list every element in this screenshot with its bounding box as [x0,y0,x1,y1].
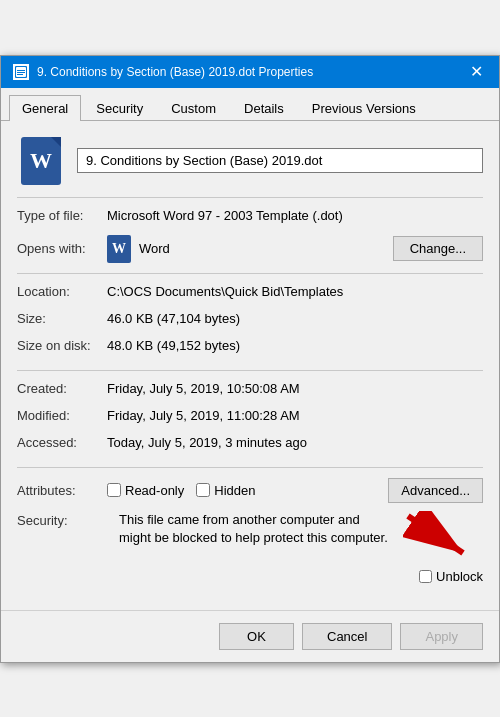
red-arrow-svg [403,511,483,561]
title-bar: 9. Conditions by Section (Base) 2019.dot… [1,56,499,88]
modified-label: Modified: [17,408,107,423]
size-value: 46.0 KB (47,104 bytes) [107,311,483,326]
accessed-label: Accessed: [17,435,107,450]
tab-custom[interactable]: Custom [158,95,229,121]
divider-4 [17,467,483,468]
close-button[interactable]: ✕ [466,64,487,80]
properties-window: 9. Conditions by Section (Base) 2019.dot… [0,55,500,663]
security-row: Security: This file came from another co… [17,511,483,584]
opens-label: Opens with: [17,241,107,256]
opens-app-name: Word [139,241,170,256]
security-content: This file came from another computer and… [119,511,483,584]
title-bar-left: 9. Conditions by Section (Base) 2019.dot… [13,64,313,80]
modified-value: Friday, July 5, 2019, 11:00:28 AM [107,408,483,423]
size-on-disk-value: 48.0 KB (49,152 bytes) [107,338,483,353]
readonly-checkbox-label[interactable]: Read-only [107,483,184,498]
divider-1 [17,197,483,198]
opens-with-row: Opens with: W Word Change... [17,235,483,263]
tabs-bar: General Security Custom Details Previous… [1,88,499,121]
type-label: Type of file: [17,208,107,223]
size-row: Size: 46.0 KB (47,104 bytes) [17,311,483,333]
attributes-row: Attributes: Read-only Hidden Advanced... [17,478,483,503]
tab-content: W 9. Conditions by Section (Base) 2019.d… [1,121,499,610]
unblock-area: Unblock [403,511,483,584]
accessed-value: Today, July 5, 2019, 3 minutes ago [107,435,483,450]
hidden-checkbox-label[interactable]: Hidden [196,483,255,498]
divider-2 [17,273,483,274]
arrow-indicator [403,511,483,561]
size-label: Size: [17,311,107,326]
window-title: 9. Conditions by Section (Base) 2019.dot… [37,65,313,79]
ok-button[interactable]: OK [219,623,294,650]
window-icon [13,64,29,80]
svg-rect-3 [17,70,25,71]
word-small-icon: W [107,235,131,263]
attributes-label: Attributes: [17,483,107,498]
word-icon: W [21,137,61,185]
hidden-checkbox[interactable] [196,483,210,497]
svg-rect-4 [17,72,25,73]
word-letter: W [30,148,52,174]
file-header: W 9. Conditions by Section (Base) 2019.d… [17,137,483,185]
hidden-label: Hidden [214,483,255,498]
size-on-disk-row: Size on disk: 48.0 KB (49,152 bytes) [17,338,483,360]
tab-details[interactable]: Details [231,95,297,121]
filename-display: 9. Conditions by Section (Base) 2019.dot [77,148,483,173]
svg-line-7 [408,516,463,553]
tab-general[interactable]: General [9,95,81,121]
created-label: Created: [17,381,107,396]
cancel-button[interactable]: Cancel [302,623,392,650]
location-label: Location: [17,284,107,299]
type-row: Type of file: Microsoft Word 97 - 2003 T… [17,208,483,230]
change-button[interactable]: Change... [393,236,483,261]
attributes-controls: Read-only Hidden [107,483,388,498]
file-icon-container: W [17,137,65,185]
security-text: This file came from another computer and… [119,511,391,547]
readonly-label: Read-only [125,483,184,498]
created-row: Created: Friday, July 5, 2019, 10:50:08 … [17,381,483,403]
size-on-disk-label: Size on disk: [17,338,107,353]
unblock-checkbox-label[interactable]: Unblock [419,569,483,584]
apply-button[interactable]: Apply [400,623,483,650]
location-row: Location: C:\OCS Documents\Quick Bid\Tem… [17,284,483,306]
modified-row: Modified: Friday, July 5, 2019, 11:00:28… [17,408,483,430]
readonly-checkbox[interactable] [107,483,121,497]
created-value: Friday, July 5, 2019, 10:50:08 AM [107,381,483,396]
unblock-label: Unblock [436,569,483,584]
unblock-checkbox[interactable] [419,570,432,583]
divider-3 [17,370,483,371]
svg-rect-5 [17,74,23,75]
opens-with-app: W Word [107,235,393,263]
tab-security[interactable]: Security [83,95,156,121]
location-value: C:\OCS Documents\Quick Bid\Templates [107,284,483,299]
advanced-button[interactable]: Advanced... [388,478,483,503]
tab-previous-versions[interactable]: Previous Versions [299,95,429,121]
type-value: Microsoft Word 97 - 2003 Template (.dot) [107,208,483,223]
bottom-buttons: OK Cancel Apply [1,610,499,662]
accessed-row: Accessed: Today, July 5, 2019, 3 minutes… [17,435,483,457]
security-label: Security: [17,511,107,528]
